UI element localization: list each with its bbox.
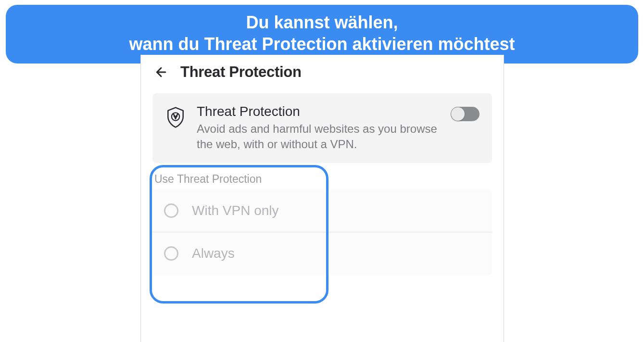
- option-always[interactable]: Always: [152, 232, 492, 275]
- option-label: Always: [192, 246, 235, 261]
- arrow-left-icon: [154, 65, 168, 79]
- feature-text: Threat Protection Avoid ads and harmful …: [197, 104, 440, 152]
- option-label: With VPN only: [192, 203, 279, 218]
- radio-icon: [164, 203, 178, 218]
- radio-icon: [164, 246, 178, 261]
- banner-line-2: wann du Threat Protection aktivieren möc…: [129, 34, 515, 54]
- app-panel: Threat Protection Threat Protection Avoi…: [140, 55, 504, 342]
- section-label: Use Threat Protection: [152, 173, 492, 186]
- use-threat-protection-section: Use Threat Protection With VPN only Alwa…: [152, 173, 492, 275]
- back-button[interactable]: [152, 63, 170, 81]
- banner-line-1: Du kannst wählen,: [246, 13, 398, 32]
- page-title: Threat Protection: [180, 63, 302, 81]
- banner-text: Du kannst wählen, wann du Threat Protect…: [15, 12, 629, 55]
- threat-protection-toggle[interactable]: [451, 107, 480, 121]
- feature-title: Threat Protection: [197, 104, 440, 119]
- threat-protection-card: Threat Protection Avoid ads and harmful …: [152, 93, 492, 163]
- option-with-vpn-only[interactable]: With VPN only: [152, 190, 492, 232]
- app-header: Threat Protection: [141, 55, 504, 89]
- feature-description: Avoid ads and harmful websites as you br…: [197, 121, 440, 152]
- shield-icon: [165, 107, 186, 128]
- toggle-knob: [451, 107, 465, 121]
- options-list: With VPN only Always: [152, 190, 492, 275]
